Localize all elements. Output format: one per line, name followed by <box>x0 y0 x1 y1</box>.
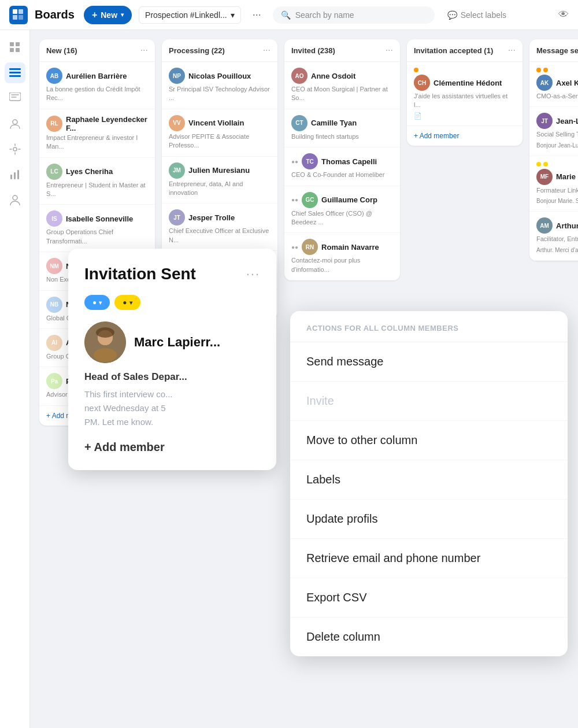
invitation-panel-options[interactable]: ··· <box>246 267 260 282</box>
svg-rect-16 <box>17 170 19 179</box>
list-item[interactable]: AB Aurélien Barrière La bonne gestion du… <box>39 62 155 109</box>
svg-rect-4 <box>10 42 14 46</box>
actions-dropdown: ACTIONS FOR ALL COLUMN MEMBERS Send mess… <box>290 311 568 656</box>
svg-rect-0 <box>13 9 17 14</box>
add-member-accepted[interactable]: + Add member <box>407 126 523 146</box>
svg-rect-11 <box>9 93 21 101</box>
person-info: Marc Lapierr... <box>134 335 220 350</box>
column-processing-title: Processing (22) <box>169 46 225 55</box>
column-invited-header: Invited (238) ··· <box>284 39 400 62</box>
action-delete-column[interactable]: Delete column <box>290 618 568 656</box>
svg-rect-1 <box>13 15 17 20</box>
list-item[interactable]: ●● TC Thomas Capelli CEO & Co-Founder at… <box>284 147 400 186</box>
sidebar-icon-settings[interactable] <box>5 139 25 160</box>
list-item[interactable]: CT Camille Tyan Building fintech startup… <box>284 109 400 147</box>
tag-yellow: ● ▾ <box>114 295 140 310</box>
list-item[interactable]: LC Lyes Cheriha Entrepreneur | Student i… <box>39 158 155 205</box>
list-item[interactable]: AM Arthur Massonnea... Facilitator, Entr… <box>529 212 578 260</box>
column-message-sent: Message sent (182) ··· AK Axel Kaletka 🌟… <box>529 39 578 261</box>
action-update-profils[interactable]: Update profils <box>290 500 568 539</box>
svg-rect-6 <box>16 42 20 46</box>
sidebar-icon-boards[interactable] <box>5 62 25 83</box>
list-item[interactable]: CH Clémentine Hédont J'aide les assistan… <box>407 62 523 126</box>
chat-icon: 💬 <box>447 10 457 20</box>
column-invited-options[interactable]: ··· <box>386 45 393 56</box>
invitation-tags: ● ▾ ● ▾ <box>84 295 260 310</box>
board-selector[interactable]: Prospection #Linkedl... ▾ <box>139 6 241 24</box>
column-invitation-accepted: Invitation accepted (1) ··· CH Clémentin… <box>407 39 523 146</box>
svg-point-20 <box>94 348 117 362</box>
svg-rect-10 <box>9 75 21 77</box>
column-invited: Invited (238) ··· AO Anne Osdoit CEO at … <box>284 39 400 280</box>
view-options-button[interactable]: 👁 <box>558 9 569 21</box>
list-item[interactable]: AK Axel Kaletka 🌟 CMO-as-a-Service | Pro… <box>529 62 578 107</box>
column-processing-options[interactable]: ··· <box>263 45 271 56</box>
search-bar[interactable]: 🔍 Search by name <box>273 6 435 24</box>
svg-rect-3 <box>18 15 23 20</box>
add-member-button[interactable]: + Add member <box>84 441 260 454</box>
column-accepted-options[interactable]: ··· <box>508 45 516 56</box>
column-accepted-header: Invitation accepted (1) ··· <box>407 39 523 62</box>
person-card: Marc Lapierr... <box>84 321 260 363</box>
column-message-sent-header: Message sent (182) ··· <box>529 39 578 62</box>
column-invited-title: Invited (238) <box>291 46 335 55</box>
person-name: Marc Lapierr... <box>134 335 220 350</box>
labels-filter[interactable]: 💬 Select labels <box>442 7 512 23</box>
column-accepted-title: Invitation accepted (1) <box>414 46 493 55</box>
svg-rect-22 <box>96 327 114 338</box>
list-item[interactable]: ●● RN Romain Navarre Contactez-moi pour … <box>284 233 400 280</box>
svg-point-12 <box>13 120 17 124</box>
list-item[interactable]: NP Nicolas Pouilloux Sr Principal ISV Te… <box>162 62 277 109</box>
column-processing-header: Processing (22) ··· <box>162 39 277 62</box>
svg-rect-14 <box>10 175 12 179</box>
action-export-csv[interactable]: Export CSV <box>290 578 568 618</box>
person-role: Head of Sales Depar... <box>84 371 260 383</box>
app-logo <box>9 6 28 24</box>
top-navigation: Boards + New ▾ Prospection #Linkedl... ▾… <box>0 0 578 30</box>
svg-rect-7 <box>16 48 20 52</box>
person-avatar <box>84 321 126 363</box>
board-options-button[interactable]: ··· <box>248 6 266 23</box>
list-item[interactable]: JT Jean-Luc TRAINEA... Social Selling Tr… <box>529 107 578 156</box>
column-new-options[interactable]: ··· <box>140 45 148 56</box>
svg-point-13 <box>13 147 17 151</box>
svg-rect-2 <box>18 9 23 14</box>
list-item[interactable]: AO Anne Osdoit CEO at Moon Surgical | Pa… <box>284 62 400 109</box>
sidebar-icon-messages[interactable] <box>5 88 25 109</box>
invitation-panel-header: Invitation Sent ··· <box>84 265 260 283</box>
column-new-title: New (16) <box>46 46 77 55</box>
sidebar-icon-analytics[interactable] <box>5 164 25 185</box>
list-item[interactable]: MF Marie FRAY Formateur Linkedin 🚀 + Co.… <box>529 156 578 212</box>
sidebar <box>0 30 30 728</box>
column-message-sent-title: Message sent (182) <box>536 46 578 55</box>
sidebar-icon-contacts[interactable] <box>5 113 25 134</box>
action-move-column[interactable]: Move to other column <box>290 421 568 460</box>
invitation-panel-title: Invitation Sent <box>84 265 196 283</box>
invitation-panel: Invitation Sent ··· ● ▾ ● ▾ Marc Lapierr… <box>68 249 276 470</box>
svg-rect-5 <box>10 48 14 52</box>
action-send-message[interactable]: Send message <box>290 342 568 382</box>
list-item[interactable]: RL Raphaele Leyendecker F... Impact Entr… <box>39 109 155 158</box>
list-item[interactable]: JM Julien Muresianu Entrepreneur, data, … <box>162 157 277 204</box>
svg-rect-8 <box>9 68 21 70</box>
svg-rect-15 <box>14 172 16 179</box>
list-item[interactable]: VV Vincent Viollain Advisor PEPITE & Ass… <box>162 109 277 157</box>
actions-header: ACTIONS FOR ALL COLUMN MEMBERS <box>290 311 568 342</box>
list-item[interactable]: JT Jesper Trolle Chief Executive Officer… <box>162 204 277 251</box>
sidebar-icon-home[interactable] <box>5 37 25 58</box>
list-item[interactable]: ●● GC Guillaume Corp Chief Sales Officer… <box>284 186 400 234</box>
action-invite: Invite <box>290 382 568 421</box>
tag-blue: ● ▾ <box>84 295 110 310</box>
search-icon: 🔍 <box>281 10 291 20</box>
page-title: Boards <box>35 8 75 21</box>
svg-point-17 <box>13 195 17 200</box>
svg-rect-9 <box>9 72 21 73</box>
action-retrieve-email[interactable]: Retrieve email and phone number <box>290 539 568 578</box>
person-message: This first interview co...next Wednesday… <box>84 387 260 429</box>
new-button[interactable]: + New ▾ <box>84 6 132 24</box>
sidebar-icon-user[interactable] <box>5 190 25 210</box>
column-new-header: New (16) ··· <box>39 39 155 62</box>
list-item[interactable]: IS Isabelle Sonneville Group Operations … <box>39 205 155 252</box>
action-labels[interactable]: Labels <box>290 460 568 500</box>
